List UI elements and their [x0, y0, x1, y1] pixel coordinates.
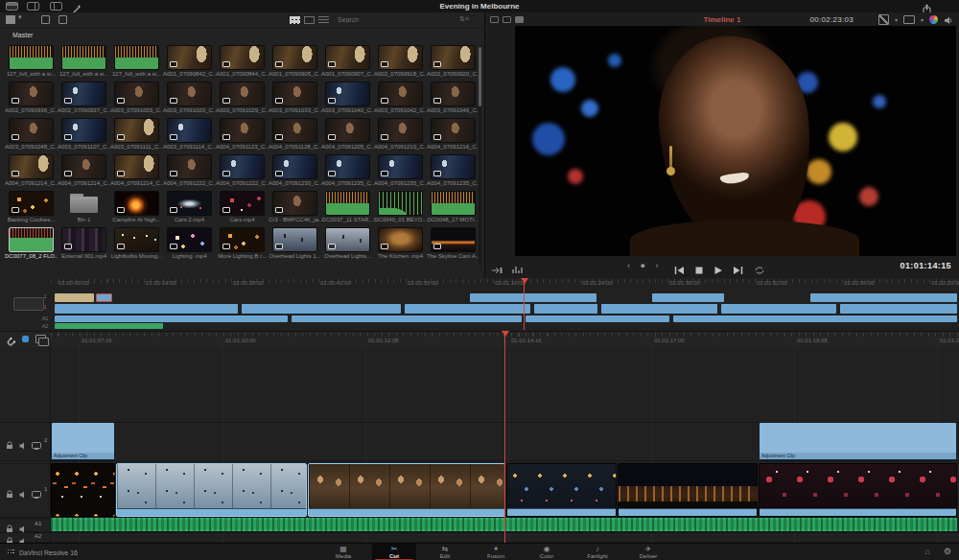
- media-clip[interactable]: A003_07091046_C...: [427, 81, 480, 117]
- timeline-video-clip[interactable]: [618, 463, 758, 517]
- chevron-down-icon[interactable]: ▾: [18, 13, 22, 22]
- timeline-video-clip[interactable]: [308, 463, 505, 517]
- resize-icon[interactable]: [878, 14, 889, 25]
- media-clip[interactable]: A002_07090918_C...: [374, 44, 427, 81]
- media-clip[interactable]: Cars 2.mp4: [163, 190, 216, 226]
- media-clip[interactable]: A004_07091235_C...: [427, 153, 480, 190]
- minimap-clip[interactable]: [601, 304, 717, 314]
- playhead[interactable]: [504, 334, 505, 543]
- play-icon[interactable]: [713, 262, 723, 279]
- timeline-video-clip[interactable]: [51, 463, 115, 517]
- media-clip[interactable]: A004_07091214_C...: [110, 153, 163, 190]
- track-header[interactable]: A1: [0, 518, 50, 531]
- timeline-video-clip[interactable]: [116, 463, 307, 517]
- tab-fairlight[interactable]: ♪Fairlight: [575, 544, 620, 560]
- minimap-clip[interactable]: [405, 304, 530, 314]
- media-clip[interactable]: A004_07091123_C...: [216, 117, 269, 153]
- jog-control[interactable]: ‹ ● ›: [627, 261, 662, 270]
- camera-icon[interactable]: [903, 15, 915, 24]
- media-clip[interactable]: A004_07091222_C...: [216, 153, 269, 190]
- media-clip[interactable]: A001_07090842_C...: [163, 44, 216, 81]
- media-clip[interactable]: Backing Cookies...: [5, 190, 58, 226]
- minimap-clip[interactable]: [810, 293, 957, 302]
- media-clip[interactable]: More Lighting B r...: [216, 226, 269, 263]
- minimap-tool-box[interactable]: [13, 297, 44, 311]
- media-clip[interactable]: External 001.mp4: [58, 226, 110, 263]
- tab-edit[interactable]: ⇆Edit: [423, 544, 467, 560]
- stop-icon[interactable]: [694, 262, 704, 279]
- media-clip[interactable]: A004_07091235_C...: [321, 153, 374, 190]
- media-clip[interactable]: A004_07091128_C...: [269, 117, 321, 153]
- media-clip[interactable]: A003_07091029_C...: [216, 81, 269, 117]
- minimap-clip[interactable]: [242, 304, 401, 314]
- media-clip[interactable]: A001_07090844_C...: [216, 44, 269, 81]
- import-bin-icon[interactable]: [58, 15, 67, 24]
- loop-icon[interactable]: [754, 262, 765, 279]
- media-clip[interactable]: A001_07090907_C...: [321, 44, 374, 81]
- tab-cut[interactable]: ✂Cut: [372, 544, 416, 560]
- media-clip[interactable]: Cr3 - BMPCC4K_ja...: [269, 190, 321, 226]
- minimap-clip[interactable]: [470, 293, 596, 302]
- lock-icon[interactable]: [6, 436, 13, 454]
- sort-filter-icon[interactable]: ⇅≡: [459, 15, 469, 24]
- timeline-video-clip[interactable]: [759, 463, 957, 517]
- media-clip[interactable]: The Skyline Cam A...: [427, 226, 480, 263]
- tab-fusion[interactable]: ✦Fusion: [474, 544, 518, 560]
- track-header[interactable]: 1: [0, 463, 50, 517]
- media-clip[interactable]: Campfire At Nigh...: [110, 190, 163, 226]
- minimap-clip[interactable]: [292, 315, 522, 322]
- media-clip[interactable]: Cars.mp4: [216, 190, 269, 226]
- media-clip[interactable]: Overhead Lights 1...: [269, 226, 321, 263]
- media-clip[interactable]: A002_07090937_C...: [58, 81, 110, 117]
- bin-icon[interactable]: [6, 15, 15, 24]
- media-clip[interactable]: A004_07091230_C...: [269, 153, 321, 190]
- minimap-clip[interactable]: [721, 304, 836, 314]
- media-clip[interactable]: DC0048_17 MOTI...: [427, 190, 480, 226]
- project-manager-icon[interactable]: ⌂: [924, 547, 929, 556]
- minimap-clip[interactable]: [55, 323, 163, 329]
- minimap-clip[interactable]: [534, 304, 597, 314]
- audio-meters-icon[interactable]: [512, 262, 524, 279]
- media-clip[interactable]: A003_07091033_C...: [269, 81, 321, 117]
- timeline-tracks[interactable]: Adjustment ClipAdjustment Clip: [0, 347, 959, 543]
- media-clip[interactable]: A004_07091216_C...: [427, 117, 480, 153]
- chevron-down-icon[interactable]: ▾: [895, 16, 898, 23]
- media-clip[interactable]: The Kitchen .mp4: [374, 226, 427, 263]
- media-clip[interactable]: A003_07091040_C...: [321, 81, 374, 117]
- media-clip[interactable]: A003_07091020_C...: [163, 81, 216, 117]
- minimap-clip[interactable]: [673, 315, 957, 322]
- media-clip[interactable]: Bin 1: [58, 190, 110, 226]
- media-clip[interactable]: 127_full_with a si...: [58, 44, 110, 81]
- mute-icon[interactable]: [19, 436, 28, 454]
- timeline-video-clip[interactable]: [506, 463, 617, 517]
- media-clip[interactable]: A004_07091214_C...: [58, 153, 110, 190]
- media-clip[interactable]: DC0040_01 BEYO...: [374, 190, 427, 226]
- media-clip[interactable]: A003_07091003_C...: [110, 81, 163, 117]
- import-media-icon[interactable]: [41, 15, 50, 24]
- media-clip[interactable]: A004_07091214_C...: [5, 153, 58, 190]
- media-clip[interactable]: A004_07091205_C...: [321, 117, 374, 153]
- thumbnail-view-icon[interactable]: [290, 16, 300, 24]
- minimap-clip[interactable]: [55, 304, 238, 314]
- adjustment-clip[interactable]: Adjustment Clip: [759, 422, 957, 460]
- media-clip[interactable]: A002_07090936_C...: [5, 81, 58, 117]
- media-clip[interactable]: A003_07091042_C...: [374, 81, 427, 117]
- chevron-down-icon[interactable]: ▾: [921, 16, 924, 23]
- list-view-icon[interactable]: [318, 16, 329, 24]
- media-clip[interactable]: DC0037_11 STAR...: [321, 190, 374, 226]
- media-clip[interactable]: A003_07091114_C...: [163, 117, 216, 153]
- media-clip[interactable]: Lightbulbs Moving...: [110, 226, 163, 263]
- media-clip[interactable]: A004_07091235_C...: [374, 153, 427, 190]
- media-pool-scrollbar[interactable]: [479, 45, 481, 266]
- skip-back-icon[interactable]: [673, 262, 685, 279]
- timeline-view-option-icon[interactable]: [35, 335, 46, 343]
- track-header[interactable]: 2: [0, 422, 50, 460]
- timeline-ruler[interactable]: 01:01:07:1601:01:10:0001:01:12:0801:01:1…: [0, 331, 959, 348]
- settings-gear-icon[interactable]: ⚙: [944, 547, 951, 556]
- tab-deliver[interactable]: ✈Deliver: [626, 544, 670, 560]
- minimap-clip[interactable]: [840, 304, 957, 314]
- skip-forward-icon[interactable]: [733, 262, 744, 279]
- media-clip[interactable]: Overhead Lights...: [321, 226, 374, 263]
- media-clip[interactable]: DC0077_08_2 FLO...: [5, 226, 58, 263]
- timeline-minimap[interactable]: 01:00:00:0001:00:14:0001:00:28:0001:00:4…: [0, 278, 959, 331]
